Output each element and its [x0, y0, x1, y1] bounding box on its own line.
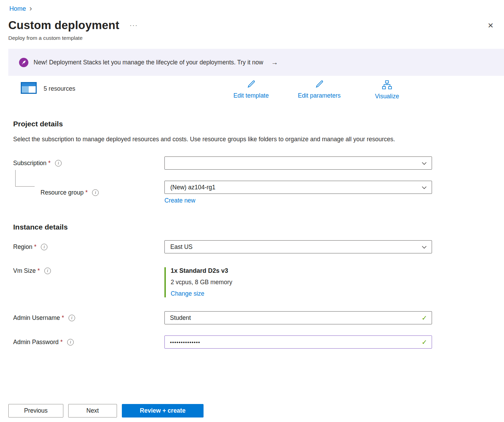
vm-size-specs: 2 vcpus, 8 GB memory [171, 279, 432, 286]
vm-size-label: Vm Size [13, 267, 36, 275]
required-asterisk: * [48, 160, 51, 167]
admin-username-label: Admin Username [13, 314, 60, 322]
info-icon[interactable]: i [69, 315, 75, 321]
admin-password-row: Admin Password * i ✓ [13, 335, 491, 349]
edit-template-label: Edit template [233, 92, 269, 99]
required-asterisk: * [86, 189, 88, 196]
admin-password-label: Admin Password [13, 339, 58, 346]
region-row: Region * i East US [13, 240, 491, 253]
resource-group-row: Resource group * i (New) az104-rg1 Creat… [13, 181, 491, 204]
visualize-label: Visualize [375, 93, 399, 100]
template-summary: 5 resources Edit template Edit parameter… [8, 79, 496, 100]
arrow-right-icon: → [271, 59, 278, 66]
info-icon[interactable]: i [41, 244, 47, 250]
resource-group-value: (New) az104-rg1 [170, 184, 215, 191]
valid-check-icon: ✓ [422, 314, 427, 322]
vm-size-row: Vm Size * i 1x Standard D2s v3 2 vcpus, … [13, 267, 491, 297]
admin-username-input[interactable] [164, 311, 432, 324]
admin-username-row: Admin Username * i ✓ [13, 311, 491, 324]
template-resource-icon [21, 82, 37, 95]
required-asterisk: * [62, 314, 64, 322]
resource-group-connector [15, 170, 35, 187]
page-subtitle: Deploy from a custom template [8, 35, 496, 41]
close-icon: ✕ [487, 21, 494, 29]
required-asterisk: * [60, 339, 63, 346]
project-details-description: Select the subscription to manage deploy… [13, 134, 411, 144]
previous-button[interactable]: Previous [8, 404, 63, 417]
valid-check-icon: ✓ [422, 338, 427, 346]
page-header: Custom deployment ··· ✕ Deploy from a cu… [0, 19, 504, 41]
resource-group-dropdown[interactable]: (New) az104-rg1 [164, 181, 432, 194]
region-label: Region [13, 243, 32, 251]
vm-size-selection: 1x Standard D2s v3 2 vcpus, 8 GB memory … [164, 267, 432, 297]
resource-group-label: Resource group [40, 189, 84, 196]
more-options-button[interactable]: ··· [130, 22, 138, 29]
chevron-down-icon [422, 160, 427, 167]
edit-parameters-label: Edit parameters [298, 92, 341, 99]
region-value: East US [170, 243, 192, 251]
subscription-dropdown[interactable] [164, 156, 432, 170]
banner-text: New! Deployment Stacks let you manage th… [34, 59, 263, 66]
info-icon[interactable]: i [67, 339, 74, 345]
rocket-icon [19, 58, 28, 67]
chevron-down-icon [422, 184, 427, 191]
subscription-label: Subscription [13, 160, 46, 167]
change-size-link[interactable]: Change size [171, 290, 204, 297]
info-icon[interactable]: i [55, 160, 62, 167]
visualize-button[interactable]: Visualize [368, 79, 406, 100]
required-asterisk: * [37, 267, 40, 275]
resources-count: 5 resources [44, 85, 75, 92]
chevron-down-icon [422, 243, 427, 251]
close-button[interactable]: ✕ [486, 20, 495, 31]
breadcrumb: Home › [0, 0, 504, 12]
next-button[interactable]: Next [68, 404, 117, 417]
instance-details-heading: Instance details [13, 223, 491, 231]
edit-template-button[interactable]: Edit template [231, 79, 271, 100]
create-new-link[interactable]: Create new [164, 197, 196, 204]
footer-actions: Previous Next Review + create [8, 404, 204, 417]
info-icon[interactable]: i [92, 189, 99, 196]
edit-parameters-button[interactable]: Edit parameters [296, 79, 343, 100]
vm-size-name: 1x Standard D2s v3 [171, 267, 432, 275]
pencil-icon [314, 80, 324, 91]
breadcrumb-home-link[interactable]: Home [9, 5, 26, 12]
region-dropdown[interactable]: East US [164, 240, 432, 253]
page-title: Custom deployment [8, 19, 119, 32]
new-feature-banner[interactable]: New! Deployment Stacks let you manage th… [8, 49, 504, 76]
info-icon[interactable]: i [44, 268, 51, 274]
subscription-row: Subscription * i [13, 156, 491, 170]
pencil-icon [246, 80, 256, 91]
project-details-heading: Project details [13, 120, 491, 128]
review-create-button[interactable]: Review + create [122, 404, 204, 417]
admin-password-input[interactable] [164, 335, 432, 349]
required-asterisk: * [34, 243, 36, 251]
breadcrumb-chevron-icon: › [29, 5, 32, 12]
project-details-fields: Subscription * i Resource group * i [13, 156, 491, 204]
org-chart-icon [381, 80, 393, 92]
